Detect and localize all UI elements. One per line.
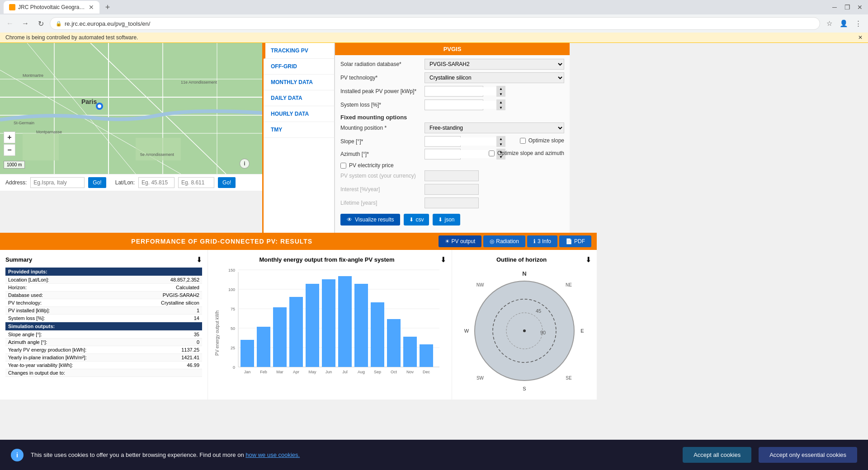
config-panel: PVGIS Solar radiation database* PVGIS-SA…: [335, 43, 570, 233]
eye-icon: 👁: [347, 216, 352, 223]
pv-tech-label: PV technology*: [340, 75, 422, 81]
radiation-label: Radiation: [496, 238, 519, 244]
changes-row: Changes in output due to:: [5, 369, 202, 377]
mounting-section-title: Fixed mounting options: [340, 114, 564, 121]
svg-text:0: 0: [233, 365, 235, 370]
solar-db-select[interactable]: PVGIS-SARAH2: [425, 59, 564, 70]
spacer: [570, 43, 868, 233]
sidebar-item-off-grid[interactable]: OFF-GRID: [264, 59, 334, 75]
pv-tech-select[interactable]: Crystalline silicon: [425, 72, 564, 83]
installed-power-label: Installed peak PV power [kWp]*: [340, 88, 422, 94]
system-loss-input[interactable]: [425, 101, 496, 109]
azimuth-input[interactable]: [425, 150, 496, 158]
sidebar-item-tracking-pv[interactable]: TRACKING PV: [264, 43, 334, 59]
horizon-download-icon[interactable]: ⬇: [585, 255, 591, 264]
location-value: 48.857,2.352: [135, 276, 202, 284]
map-info-button[interactable]: i: [240, 159, 250, 169]
download-csv-button[interactable]: ⬇ csv: [404, 214, 429, 226]
new-tab-button[interactable]: +: [101, 1, 114, 14]
lon-input[interactable]: [178, 177, 214, 188]
svg-rect-12: [23, 133, 59, 160]
chart-header: Monthly energy output from fix-angle PV …: [213, 255, 446, 264]
compass-w-label: W: [464, 328, 469, 334]
installed-power-input[interactable]: [425, 87, 496, 95]
pv-tech-row: PV technology* Crystalline silicon: [340, 72, 564, 83]
pv-output-tab[interactable]: ☀ PV output: [439, 235, 482, 247]
tab-close-button[interactable]: ✕: [89, 4, 94, 11]
installed-power-row: Installed peak PV power [kWp]* ▲▼: [340, 86, 564, 97]
summary-download-icon[interactable]: ⬇: [196, 255, 202, 264]
pv-installed-value: 1: [135, 307, 202, 315]
system-loss-spinner[interactable]: ▲▼: [496, 99, 505, 110]
svg-rect-52: [371, 302, 384, 367]
compass-n-label: N: [522, 270, 526, 277]
left-area: Paris Montmartre 11e Arrondissement St-G…: [0, 43, 262, 233]
svg-rect-50: [354, 284, 368, 367]
map-container[interactable]: Paris Montmartre 11e Arrondissement St-G…: [0, 43, 262, 174]
slope-input[interactable]: [425, 137, 496, 146]
radiation-tab[interactable]: ◎ Radiation: [483, 235, 525, 247]
sidebar-item-monthly-data[interactable]: MONTHLY DATA: [264, 75, 334, 90]
close-window-button[interactable]: ✕: [855, 3, 864, 12]
location-row: Location [Lat/Lon]: 48.857,2.352: [5, 276, 202, 284]
slope-spinner[interactable]: ▲▼: [496, 136, 505, 147]
azimuth-input-group: Azimuth [°]* ▲▼: [340, 149, 481, 160]
variability-label: Year-to-year variability [kWh]:: [5, 362, 135, 369]
sidebar-item-daily-data[interactable]: DAILY DATA: [264, 90, 334, 106]
profile-button[interactable]: 👤: [837, 17, 850, 30]
refresh-button[interactable]: ↻: [34, 17, 47, 30]
minimize-button[interactable]: ─: [830, 3, 839, 12]
chart-download-icon[interactable]: ⬇: [440, 255, 446, 264]
results-header-bar: PERFORMANCE OF GRID-CONNECTED PV: RESULT…: [0, 233, 597, 250]
svg-text:Apr: Apr: [293, 370, 299, 374]
zoom-in-button[interactable]: +: [4, 132, 15, 143]
back-button[interactable]: ←: [4, 17, 16, 30]
optimize-slope-checkbox[interactable]: [520, 138, 526, 144]
yearly-pv-row: Yearly PV energy production [kWh]: 1137.…: [5, 346, 202, 354]
svg-text:150: 150: [228, 268, 235, 273]
summary-panel: Summary ⬇ Provided inputs: Location [Lat…: [0, 250, 208, 400]
sidebar-nav-container: TRACKING PVOFF-GRIDMONTHLY DATADAILY DAT…: [264, 43, 334, 138]
sidebar-item-tmy[interactable]: TMY: [264, 122, 334, 138]
compass-ne-label: NE: [566, 282, 572, 287]
zoom-out-button[interactable]: −: [4, 144, 15, 156]
address-go-button[interactable]: Go!: [88, 177, 106, 188]
info-tab[interactable]: ℹ 3 Info: [527, 235, 557, 247]
download-csv-icon: ⬇: [409, 216, 414, 223]
sidebar-item-hourly-data[interactable]: HOURLY DATA: [264, 106, 334, 122]
pv-tech-result-value: Crystalline silicon: [135, 299, 202, 307]
pv-electricity-checkbox[interactable]: [340, 163, 346, 169]
summary-header: Summary ⬇: [5, 255, 202, 264]
browser-tab[interactable]: JRC Photovoltaic Geographical I... ✕: [4, 1, 99, 14]
url-bar[interactable]: 🔒 re.jrc.ec.europa.eu/pvg_tools/en/: [50, 17, 820, 30]
visualize-button[interactable]: 👁 Visualize results: [340, 214, 400, 226]
address-input[interactable]: [30, 177, 85, 188]
yearly-irradiation-row: Yearly in-plane irradiation [kWh/m²]: 14…: [5, 354, 202, 362]
bar-chart-svg: PV energy output kWh 0 25 50 75 100 150: [213, 268, 439, 390]
installed-power-spinner[interactable]: ▲▼: [496, 86, 505, 97]
lat-input[interactable]: [138, 177, 175, 188]
download-json-button[interactable]: ⬇ json: [433, 214, 460, 226]
mounting-position-select[interactable]: Free-standing: [425, 122, 564, 133]
bookmark-button[interactable]: ☆: [823, 17, 835, 30]
slope-result-row: Slope angle [°]: 35: [5, 331, 202, 338]
pdf-tab[interactable]: 📄 PDF: [559, 235, 591, 247]
info-icon: ℹ: [533, 238, 536, 244]
latlon-go-button[interactable]: Go!: [218, 177, 236, 188]
lifetime-row: Lifetime [years]: [340, 197, 564, 208]
restore-button[interactable]: ❐: [843, 3, 852, 12]
svg-text:11e Arrondissement: 11e Arrondissement: [181, 80, 217, 85]
optimize-azimuth-checkbox[interactable]: [489, 150, 495, 156]
svg-text:Paris: Paris: [81, 98, 97, 105]
menu-button[interactable]: ⋮: [852, 17, 864, 30]
database-value: PVGIS-SARAH2: [135, 291, 202, 299]
azimuth-result-row: Azimuth angle [°]: 0: [5, 338, 202, 346]
window-controls: ─ ❐ ✕: [830, 3, 864, 12]
pv-system-cost-input: [425, 170, 479, 181]
summary-table: Provided inputs: Location [Lat/Lon]: 48.…: [5, 268, 202, 377]
yearly-irradiation-label: Yearly in-plane irradiation [kWh/m²]:: [5, 354, 135, 362]
forward-button[interactable]: →: [19, 17, 32, 30]
system-loss-result-label: System loss [%]:: [5, 315, 135, 322]
svg-rect-40: [273, 307, 287, 367]
automation-close-icon[interactable]: ✕: [858, 34, 863, 41]
